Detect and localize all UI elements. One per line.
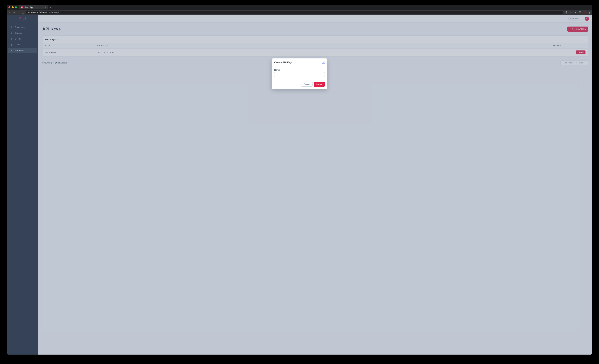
- browser-window: W React App ✕ + ⌄ ← → ⟳ example.fief.dev…: [7, 5, 228, 139]
- url-input[interactable]: example.fief.dev/admin/api-keys: [26, 11, 228, 14]
- url-path: /admin/api-keys: [45, 11, 59, 14]
- reload-button[interactable]: ⟳: [18, 11, 19, 14]
- tab-title: React App: [24, 6, 33, 9]
- close-tab-icon[interactable]: ✕: [44, 6, 46, 9]
- favicon-icon: W: [21, 6, 23, 9]
- new-tab-button[interactable]: +: [50, 6, 51, 9]
- browser-tab[interactable]: W React App ✕: [19, 5, 48, 9]
- minimize-window-button[interactable]: [12, 6, 14, 8]
- lock-icon: [28, 12, 30, 13]
- back-button[interactable]: ←: [9, 11, 11, 14]
- modal-overlay[interactable]: Create API Key ✕ Name Cancel Create: [7, 15, 228, 139]
- nav-controls: ← → ⟳: [9, 11, 24, 14]
- traffic-lights: [9, 6, 17, 8]
- app-body: Fief Dashboard Tenants: [7, 15, 228, 139]
- address-bar: ← → ⟳ example.fief.dev/admin/api-keys ☆: [7, 10, 228, 15]
- close-window-button[interactable]: [9, 6, 10, 8]
- forward-button[interactable]: →: [13, 11, 15, 14]
- home-button[interactable]: [22, 11, 24, 14]
- url-host: example.fief.dev: [31, 11, 45, 14]
- tab-strip: W React App ✕ + ⌄: [7, 5, 228, 10]
- maximize-window-button[interactable]: [15, 6, 17, 8]
